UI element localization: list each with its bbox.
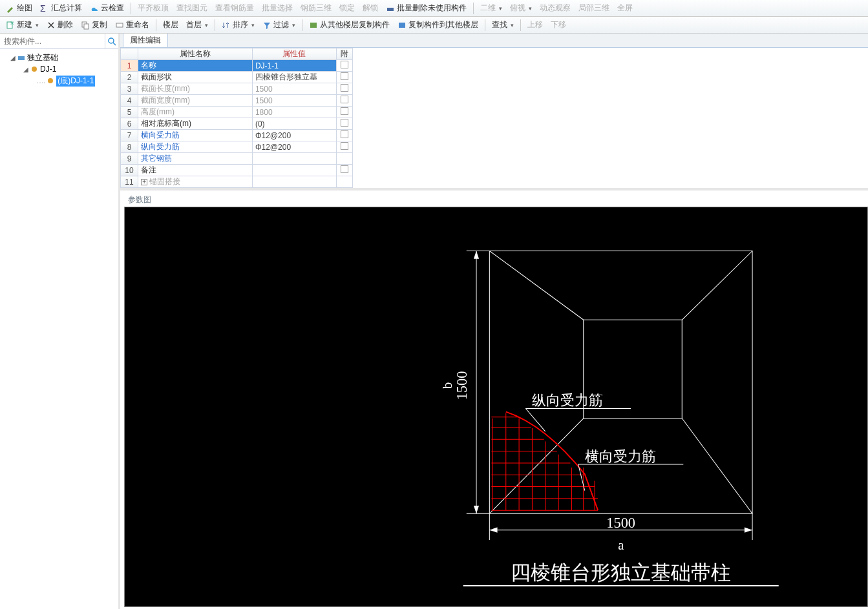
btn-new[interactable]: ✳新建▾ [3, 18, 42, 32]
checkbox[interactable] [341, 61, 348, 68]
tree-node-dj1-1[interactable]: …. (底)DJ-1-1 [1, 75, 117, 87]
table-row[interactable]: 9其它钢筋 [121, 153, 353, 165]
svg-line-52 [525, 409, 545, 432]
table-row[interactable]: 7横向受力筋Φ12@200 [121, 130, 353, 141]
tree-expander-icon[interactable]: ◢ [23, 66, 30, 73]
prop-att-cell[interactable] [337, 95, 353, 107]
prop-name-cell[interactable]: 横向受力筋 [138, 130, 253, 141]
btn-cloud[interactable]: 云检查 [87, 1, 127, 15]
btn-lock[interactable]: 锁定 [336, 1, 358, 15]
search-input[interactable] [0, 34, 105, 48]
btn-steel3d[interactable]: 钢筋三维 [297, 1, 335, 15]
prop-value-cell[interactable]: 1500 [252, 95, 336, 107]
prop-name-cell[interactable]: 其它钢筋 [138, 153, 253, 165]
table-row[interactable]: 4截面宽度(mm)1500 [121, 95, 353, 107]
prop-att-cell[interactable] [337, 83, 353, 95]
btn-delete[interactable]: 删除 [43, 18, 76, 32]
tree-node-dj1[interactable]: ◢ DJ-1 [1, 63, 117, 75]
tree-node-root[interactable]: ◢ 独立基础 [1, 52, 117, 63]
btn-full[interactable]: 全屏 [614, 1, 636, 15]
prop-name-cell[interactable]: 截面形状 [138, 72, 253, 83]
checkbox[interactable] [341, 142, 348, 150]
checkbox[interactable] [341, 84, 348, 92]
checkbox[interactable] [341, 165, 348, 173]
prop-att-cell[interactable] [337, 118, 353, 130]
tree-label: DJ-1 [40, 65, 56, 74]
prop-value-cell[interactable]: (0) [252, 118, 336, 130]
prop-value-cell[interactable] [252, 153, 336, 165]
floor-select[interactable]: 首层▾ [183, 18, 211, 32]
prop-name-cell[interactable]: 名称 [138, 60, 253, 72]
btn-find[interactable]: 查找▾ [489, 18, 517, 32]
btn-unlock[interactable]: 解锁 [359, 1, 381, 15]
prop-name-cell[interactable]: 相对底标高(m) [138, 118, 253, 130]
prop-name-cell[interactable]: +锚固搭接 [138, 176, 253, 188]
expand-icon[interactable]: + [141, 179, 147, 185]
btn-rename[interactable]: 重命名 [112, 18, 153, 32]
search-button[interactable] [105, 34, 118, 48]
floor-label: 楼层 [160, 18, 182, 32]
checkbox[interactable] [341, 119, 348, 127]
checkbox[interactable] [341, 72, 348, 80]
btn-down[interactable]: 下移 [547, 18, 569, 32]
prop-name-cell[interactable]: 截面长度(mm) [138, 83, 253, 95]
table-row[interactable]: 10备注 [121, 165, 353, 176]
prop-att-cell[interactable] [337, 153, 353, 165]
prop-att-cell[interactable] [337, 72, 353, 83]
tree-expander-icon[interactable]: ◢ [10, 54, 17, 61]
btn-filter[interactable]: 过滤▾ [259, 18, 299, 32]
prop-value-cell[interactable]: 1500 [252, 83, 336, 95]
tab-property-edit[interactable]: 属性编辑 [123, 34, 168, 47]
svg-rect-14 [489, 251, 752, 514]
svg-text:四棱锥台形独立基础带柱: 四棱锥台形独立基础带柱 [511, 562, 731, 584]
prop-value-cell[interactable] [252, 176, 336, 188]
diagram-canvas[interactable]: 1500 b 1500 a 纵向受力筋 横向受力筋 四棱锥台形独立基础带柱 [124, 207, 868, 607]
table-row[interactable]: 8纵向受力筋Φ12@200 [121, 141, 353, 153]
checkbox[interactable] [341, 130, 348, 138]
prop-att-cell[interactable] [337, 141, 353, 153]
prop-att-cell[interactable] [337, 165, 353, 176]
btn-2d[interactable]: 二维▾ [477, 1, 505, 15]
btn-copyfrom[interactable]: 从其他楼层复制构件 [306, 18, 393, 32]
prop-value-cell[interactable]: 1800 [252, 107, 336, 118]
prop-name-cell[interactable]: 纵向受力筋 [138, 141, 253, 153]
prop-value-cell[interactable]: Φ12@200 [252, 141, 336, 153]
table-row[interactable]: 11+锚固搭接 [121, 176, 353, 188]
btn-findgy[interactable]: 查找图元 [173, 1, 211, 15]
btn-local3d[interactable]: 局部三维 [575, 1, 613, 15]
btn-draw[interactable]: 绘图 [3, 1, 36, 15]
svg-rect-6 [116, 23, 123, 27]
btn-batchdel[interactable]: 批量删除未使用构件 [383, 1, 470, 15]
btn-summary[interactable]: Σ汇总计算 [37, 1, 85, 15]
prop-att-cell[interactable] [337, 60, 353, 72]
btn-copyto[interactable]: 复制构件到其他楼层 [394, 18, 482, 32]
btn-sort[interactable]: 排序▾ [218, 18, 258, 32]
prop-value-cell[interactable] [252, 165, 336, 176]
btn-topview[interactable]: 俯视▾ [507, 1, 535, 15]
prop-att-cell[interactable] [337, 107, 353, 118]
table-row[interactable]: 2截面形状四棱锥台形独立基 [121, 72, 353, 83]
svg-text:✳: ✳ [10, 21, 15, 26]
checkbox[interactable] [341, 107, 348, 115]
btn-batchsel[interactable]: 批量选择 [259, 1, 296, 15]
prop-name-cell[interactable]: 备注 [138, 165, 253, 176]
btn-viewsteel[interactable]: 查看钢筋量 [212, 1, 257, 15]
prop-name-cell[interactable]: 截面宽度(mm) [138, 95, 253, 107]
btn-copy[interactable]: 复制 [78, 18, 111, 32]
btn-flat[interactable]: 平齐板顶 [134, 1, 172, 15]
prop-name-cell[interactable]: 高度(mm) [138, 107, 253, 118]
prop-value-cell[interactable]: DJ-1-1 [252, 60, 336, 72]
table-row[interactable]: 1名称DJ-1-1 [121, 60, 353, 72]
btn-dyn[interactable]: 动态观察 [536, 1, 574, 15]
btn-up[interactable]: 上移 [524, 18, 546, 32]
table-row[interactable]: 5高度(mm)1800 [121, 107, 353, 118]
prop-att-cell[interactable] [337, 130, 353, 141]
prop-value-cell[interactable]: Φ12@200 [252, 130, 336, 141]
prop-value-cell[interactable]: 四棱锥台形独立基 [252, 72, 336, 83]
checkbox[interactable] [341, 96, 348, 103]
table-row[interactable]: 6相对底标高(m)(0) [121, 118, 353, 130]
prop-att-cell[interactable] [337, 176, 353, 188]
toolbar-edit: ✳新建▾ 删除 复制 重命名 楼层 首层▾ 排序▾ 过滤▾ 从其他楼层复制构件 … [0, 17, 868, 34]
table-row[interactable]: 3截面长度(mm)1500 [121, 83, 353, 95]
svg-marker-48 [489, 528, 497, 533]
